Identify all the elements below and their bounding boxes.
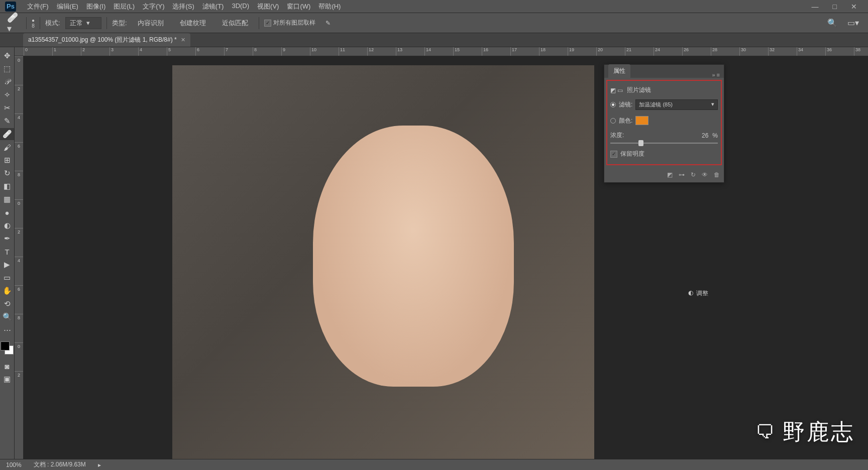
adjustments-button[interactable]: ◐ 调整 <box>688 289 708 298</box>
menu-编辑(E)[interactable]: 编辑(E) <box>53 2 82 11</box>
preserve-luminosity-checkbox[interactable]: ✓保留明度 <box>610 147 718 161</box>
properties-panel: 属性 » ≡ ◩ ▭ 照片滤镜 滤镜: 加温滤镜 (85) ▾ 颜色: 浓度: … <box>604 64 724 183</box>
type-label: 类型: <box>112 19 127 28</box>
menu-选择(S)[interactable]: 选择(S) <box>168 2 198 11</box>
dodge-tool[interactable]: ◐ <box>0 219 14 231</box>
menu-窗口(W)[interactable]: 窗口(W) <box>283 2 314 11</box>
filter-label: 滤镜: <box>619 100 632 109</box>
healing-brush-icon[interactable]: 🩹▾ <box>7 18 21 29</box>
tab-properties[interactable]: 属性 <box>608 64 630 78</box>
blur-tool[interactable]: ● <box>0 206 14 218</box>
canvas-area: 0123456789101112131415161718192021242628… <box>15 47 868 459</box>
zoom-tool[interactable]: 🔍 <box>0 311 14 323</box>
move-tool[interactable]: ✥ <box>0 50 14 62</box>
shape-tool[interactable]: ▭ <box>0 272 14 284</box>
menu-图像(I)[interactable]: 图像(I) <box>82 2 110 11</box>
healing-brush-tool[interactable]: 🩹 <box>0 128 14 140</box>
type-tool[interactable]: T <box>0 246 14 258</box>
window-controls: — □ ✕ <box>812 3 868 11</box>
document-image <box>172 65 594 459</box>
screen-mode-tool[interactable]: ▣ <box>0 373 14 385</box>
properties-title: 照片滤镜 <box>627 86 651 94</box>
ruler-horizontal: 0123456789101112131415161718192021242628… <box>15 47 868 56</box>
document-tab[interactable]: a13554357_01000.jpg @ 100% (照片滤镜 1, RGB/… <box>23 33 190 47</box>
reset-icon[interactable]: ↻ <box>691 171 696 178</box>
menu-滤镜(T)[interactable]: 滤镜(T) <box>198 2 228 11</box>
color-radio[interactable] <box>610 118 616 124</box>
create-texture-button[interactable]: 创建纹理 <box>174 16 211 30</box>
filter-radio[interactable] <box>610 102 616 107</box>
app-logo: Ps <box>5 2 16 12</box>
close-icon[interactable]: ✕ <box>181 37 185 43</box>
color-swatches[interactable] <box>1 341 14 355</box>
prev-state-icon[interactable]: ⊶ <box>679 171 685 178</box>
wechat-icon: 🗨 <box>755 421 777 443</box>
eyedropper-tool[interactable]: ✎ <box>0 115 14 127</box>
proximity-match-button[interactable]: 近似匹配 <box>216 16 254 30</box>
gradient-tool[interactable]: ▦ <box>0 193 14 205</box>
tools-panel: ✥ ⬚ 𝒫 ✧ ✂ ✎ 🩹 🖌 ⊞ ↻ ◧ ▦ ● ◐ ✒ T ▶ ▭ ✋ ⟲ … <box>0 47 15 459</box>
density-unit: % <box>712 132 718 139</box>
document-info[interactable]: 文档 : 2.06M/9.63M <box>34 460 86 469</box>
crop-tool[interactable]: ✂ <box>0 102 14 114</box>
quick-select-tool[interactable]: ✧ <box>0 89 14 101</box>
delete-icon[interactable]: 🗑 <box>714 171 720 178</box>
mode-select[interactable]: 正常 ▾ <box>65 17 101 29</box>
history-brush-tool[interactable]: ↻ <box>0 167 14 179</box>
info-chevron-icon[interactable]: ▸ <box>98 461 101 468</box>
menu-3D(D)[interactable]: 3D(D) <box>228 2 253 11</box>
edit-toolbar[interactable]: ⋯ <box>0 324 14 336</box>
maximize-button[interactable]: □ <box>833 3 837 11</box>
content-aware-button[interactable]: 内容识别 <box>132 16 169 30</box>
search-icon[interactable]: 🔍 <box>827 18 837 28</box>
marquee-tool[interactable]: ⬚ <box>0 63 14 75</box>
path-select-tool[interactable]: ▶ <box>0 259 14 271</box>
pressure-icon[interactable]: ✎ <box>325 20 331 27</box>
density-value[interactable]: 26 <box>702 132 708 139</box>
hand-tool[interactable]: ✋ <box>0 285 14 297</box>
minimize-button[interactable]: — <box>812 3 819 11</box>
zoom-level[interactable]: 100% <box>6 461 22 468</box>
menu-文件(F)[interactable]: 文件(F) <box>23 2 53 11</box>
workspace-icon[interactable]: ▭▾ <box>847 18 859 28</box>
brush-preview[interactable]: ●8 <box>32 18 35 29</box>
stamp-tool[interactable]: ⊞ <box>0 154 14 166</box>
visibility-icon[interactable]: 👁 <box>702 171 708 178</box>
canvas[interactable] <box>24 56 868 459</box>
mode-label: 模式: <box>45 19 60 28</box>
brush-tool[interactable]: 🖌 <box>0 141 14 153</box>
photo-filter-icon: ◩ ▭ <box>610 87 623 94</box>
lasso-tool[interactable]: 𝒫 <box>0 76 14 88</box>
density-label: 浓度: <box>610 131 624 140</box>
document-tab-bar: a13554357_01000.jpg @ 100% (照片滤镜 1, RGB/… <box>0 33 868 47</box>
color-label: 颜色: <box>619 116 632 125</box>
ruler-vertical: 024680246802 <box>15 56 24 459</box>
quick-mask-tool[interactable]: ◙ <box>0 360 14 372</box>
status-bar: 100% 文档 : 2.06M/9.63M ▸ <box>0 459 868 470</box>
pen-tool[interactable]: ✒ <box>0 232 14 245</box>
menu-bar: Ps 文件(F)编辑(E)图像(I)图层(L)文字(Y)选择(S)滤镜(T)3D… <box>0 0 868 13</box>
options-bar: 🩹▾ ●8 模式: 正常 ▾ 类型: 内容识别 创建纹理 近似匹配 ✓对所有图层… <box>0 13 868 33</box>
watermark: 🗨 野鹿志 <box>755 417 855 447</box>
menu-视图(V)[interactable]: 视图(V) <box>253 2 283 11</box>
filter-select[interactable]: 加温滤镜 (85) ▾ <box>635 99 718 110</box>
close-button[interactable]: ✕ <box>851 3 857 11</box>
menu-文字(Y)[interactable]: 文字(Y) <box>139 2 168 11</box>
density-slider[interactable] <box>610 143 718 144</box>
menu-图层(L)[interactable]: 图层(L) <box>110 2 139 11</box>
clip-icon[interactable]: ◩ <box>667 171 673 178</box>
menu-帮助(H)[interactable]: 帮助(H) <box>314 2 345 11</box>
color-swatch[interactable] <box>635 116 648 125</box>
eraser-tool[interactable]: ◧ <box>0 180 14 192</box>
adjustments-icon: ◐ <box>688 289 693 298</box>
rotate-tool[interactable]: ⟲ <box>0 298 14 310</box>
sample-all-layers-checkbox[interactable]: ✓对所有图层取样 <box>264 19 315 27</box>
